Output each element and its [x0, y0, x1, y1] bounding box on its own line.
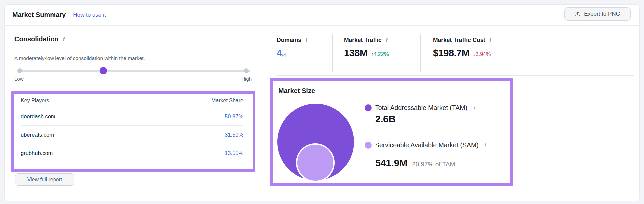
page-title: Market Summary: [12, 11, 66, 19]
consolidation-slider[interactable]: [17, 67, 250, 75]
domain-cell: doordash.com: [21, 113, 55, 120]
column-market-share: Market Share: [211, 98, 243, 103]
stat-divider: [332, 34, 333, 72]
market-size-section: Market Size Total Addressable Market (TA…: [273, 81, 510, 183]
info-icon[interactable]: i: [488, 37, 492, 43]
export-upload-icon: [575, 11, 581, 17]
info-icon[interactable]: i: [472, 105, 475, 111]
domains-label-text: Domains: [277, 37, 301, 44]
tam-legend-dot: [365, 104, 372, 111]
sam-label: Serviceable Available Market (SAM): [375, 141, 479, 149]
market-share-cell: 31.59%: [225, 132, 243, 138]
slider-labels: Low High: [14, 76, 252, 82]
stats-bottom-divider: [276, 75, 634, 76]
table-row: ubereats.com 31.59%: [21, 126, 243, 144]
market-share-cell: 50.87%: [225, 113, 243, 120]
market-share-cell: 13.55%: [225, 150, 243, 156]
slider-low-label: Low: [14, 76, 24, 82]
info-icon[interactable]: i: [385, 37, 388, 43]
how-to-use-link[interactable]: How to use it: [73, 12, 106, 18]
market-traffic-label: Market Traffic i: [344, 37, 389, 44]
consolidation-description: A moderately-low level of consolidation …: [14, 55, 145, 61]
stat-divider: [420, 34, 421, 72]
market-traffic-delta: ↑4.22%: [371, 51, 389, 59]
table-row: doordash.com 50.87%: [21, 107, 243, 126]
slider-high-endpoint: [244, 68, 249, 73]
sam-value-row: 541.9M 20.97% of TAM: [375, 157, 455, 169]
key-players-table: Key Players Market Share doordash.com 50…: [14, 94, 253, 169]
info-icon[interactable]: i: [304, 37, 308, 43]
domain-cell: ubereats.com: [21, 132, 54, 138]
domains-label: Domains i: [277, 37, 308, 44]
tam-value: 2.6B: [375, 113, 395, 125]
market-traffic-value-row: 138M ↑4.22%: [344, 48, 389, 59]
table-row: grubhub.com 13.55%: [21, 144, 243, 162]
export-to-png-button[interactable]: Export to PNG: [564, 7, 631, 21]
market-traffic-cost-delta: ↓3.94%: [473, 51, 491, 59]
market-traffic-cost-value: $198.7M: [433, 48, 469, 59]
sam-bubble: [296, 143, 335, 182]
market-size-highlight-box: Market Size Total Addressable Market (TA…: [270, 78, 513, 186]
slider-thumb[interactable]: [100, 67, 107, 74]
market-summary-page: Market Summary How to use it Export to P…: [0, 0, 644, 204]
slider-high-label: High: [241, 76, 252, 82]
market-traffic-cost-label-text: Market Traffic Cost: [433, 37, 485, 44]
stat-market-traffic-cost: Market Traffic Cost i $198.7M ↓3.94%: [433, 37, 492, 59]
consolidation-title: Consolidation i: [14, 35, 65, 43]
card-header: Market Summary How to use it Export to P…: [4, 4, 640, 26]
domain-cell: grubhub.com: [21, 150, 53, 156]
domains-total: /4: [282, 52, 286, 59]
consolidation-title-text: Consolidation: [14, 35, 58, 43]
slider-track[interactable]: [17, 70, 250, 72]
market-traffic-cost-value-row: $198.7M ↓3.94%: [433, 48, 492, 59]
tam-legend-row: Total Addressable Market (TAM) i: [365, 104, 476, 112]
domains-value: 4: [277, 48, 282, 59]
info-icon[interactable]: i: [483, 142, 486, 149]
sam-legend-dot: [365, 142, 372, 149]
export-button-label: Export to PNG: [584, 11, 620, 17]
sam-percent-of-tam: 20.97% of TAM: [412, 161, 455, 168]
view-full-report-button[interactable]: View full report: [15, 173, 74, 186]
section-divider: [265, 30, 265, 186]
domains-value-row: 4 /4: [277, 48, 308, 59]
market-traffic-value: 138M: [344, 48, 368, 59]
key-players-highlight-box: Key Players Market Share doordash.com 50…: [11, 91, 255, 172]
tam-label: Total Addressable Market (TAM): [375, 104, 467, 112]
slider-low-endpoint: [17, 68, 22, 73]
stat-domains: Domains i 4 /4: [277, 37, 308, 59]
sam-legend-row: Serviceable Available Market (SAM) i: [365, 141, 486, 149]
column-key-players: Key Players: [21, 98, 49, 103]
key-players-table-header: Key Players Market Share: [21, 94, 243, 107]
info-icon[interactable]: i: [62, 36, 65, 42]
market-traffic-cost-label: Market Traffic Cost i: [433, 37, 492, 44]
market-traffic-label-text: Market Traffic: [344, 37, 382, 44]
sam-value: 541.9M: [375, 157, 407, 169]
market-size-title: Market Size: [278, 87, 315, 95]
stat-market-traffic: Market Traffic i 138M ↑4.22%: [344, 37, 389, 59]
